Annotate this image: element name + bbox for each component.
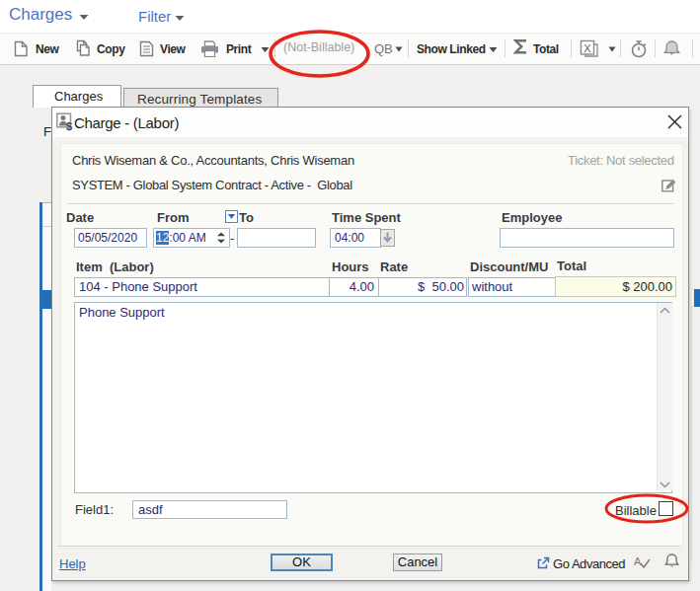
svg-text:$: $ (66, 120, 72, 132)
svg-text:A: A (634, 555, 642, 567)
svg-text:X: X (583, 42, 591, 54)
